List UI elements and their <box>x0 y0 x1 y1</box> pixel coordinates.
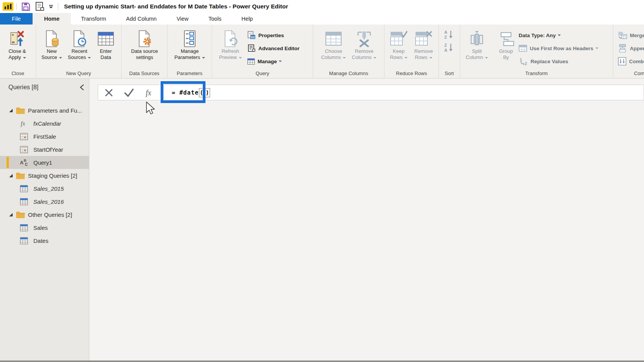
mouse-cursor <box>146 102 156 115</box>
new-source-button[interactable]: NewSource <box>38 29 65 61</box>
expander-icon[interactable] <box>9 174 13 177</box>
combine-files-icon <box>618 57 626 66</box>
expander-icon[interactable] <box>9 213 13 216</box>
merge-icon <box>618 31 627 39</box>
group-by-button[interactable]: GroupBy <box>492 29 520 61</box>
query-item-startofyear[interactable]: StartOfYear <box>0 143 89 156</box>
svg-text:1: 1 <box>520 58 522 62</box>
data-source-settings-button[interactable]: Data sourcesettings <box>123 29 166 61</box>
replace-values-icon: 12 <box>519 57 528 66</box>
tab-help[interactable]: Help <box>232 13 263 25</box>
manage-button[interactable]: Manage <box>247 56 282 67</box>
recent-sources-icon <box>65 29 94 48</box>
formula-input[interactable]: = #date() <box>164 85 644 100</box>
manage-parameters-icon <box>169 29 210 48</box>
tab-file[interactable]: File <box>0 13 33 25</box>
query-item-fxcalendar[interactable]: fx fxCalendar <box>0 117 89 130</box>
keep-rows-icon <box>384 29 413 48</box>
remove-rows-button[interactable]: RemoveRows <box>409 29 438 61</box>
query-item-sales-2016[interactable]: Sales_2016 <box>0 195 89 208</box>
preview-canvas <box>90 79 644 360</box>
recent-sources-button[interactable]: RecentSources <box>65 29 94 61</box>
tab-view[interactable]: View <box>167 13 199 25</box>
title-bar: Setting up dynamic Start- and Enddates f… <box>0 0 644 13</box>
ribbon-group-query: RefreshPreview Properties Advanced Edito… <box>212 25 313 78</box>
group-label-manage-columns: Manage Columns <box>313 70 384 76</box>
group-by-icon <box>492 29 520 48</box>
expander-icon[interactable] <box>9 109 13 112</box>
svg-text:B: B <box>24 159 26 162</box>
tab-add-column[interactable]: Add Column <box>116 13 167 25</box>
collapse-pane-button[interactable] <box>78 83 86 92</box>
choose-columns-button[interactable]: ChooseColumns <box>318 29 349 61</box>
tab-transform[interactable]: Transform <box>71 13 116 25</box>
split-column-button[interactable]: SplitColumn <box>462 29 492 61</box>
sort-za-icon: ZA <box>444 42 454 53</box>
sort-descending-button[interactable]: ZA <box>444 42 457 53</box>
formula-text: = #date <box>172 89 199 96</box>
properties-button[interactable]: Properties <box>247 30 284 41</box>
add-step-fx-button[interactable]: fx <box>145 88 154 98</box>
formula-paren-group: () <box>199 88 210 97</box>
dropdown-caret-icon <box>485 57 488 59</box>
query-group-parameters-and-functions[interactable]: Parameters and Fu... <box>0 104 89 117</box>
quick-access-caret-icon[interactable] <box>48 5 54 9</box>
advanced-editor-button[interactable]: Advanced Editor <box>247 43 299 54</box>
enter-data-button[interactable]: EnterData <box>94 29 118 61</box>
combine-files-button[interactable]: Combine <box>618 56 644 67</box>
cancel-formula-button[interactable] <box>104 88 113 97</box>
dropdown-caret-icon <box>202 57 205 59</box>
query-item-firstsale[interactable]: FirstSale <box>0 130 89 143</box>
query-item-sales-2015[interactable]: Sales_2015 <box>0 182 89 195</box>
tab-tools[interactable]: Tools <box>199 13 232 25</box>
close-and-apply-button[interactable]: Close &Apply <box>1 29 33 61</box>
titlebar-separator <box>58 3 58 10</box>
data-type-button[interactable]: Data Type: Any <box>519 30 561 41</box>
svg-text:A: A <box>444 30 447 34</box>
dropdown-caret-icon <box>279 61 282 62</box>
tab-home[interactable]: Home <box>33 13 71 25</box>
group-label-combine: Combine <box>613 70 644 76</box>
refresh-preview-button[interactable]: RefreshPreview <box>215 29 246 61</box>
table-icon <box>20 198 28 205</box>
first-row-header-icon <box>519 44 527 52</box>
close-apply-icon <box>1 29 33 48</box>
merge-queries-button[interactable]: Merge <box>618 30 644 41</box>
table-icon <box>20 224 28 231</box>
replace-values-button[interactable]: 12 Replace Values <box>519 56 568 67</box>
queries-pane-title: Queries [8] <box>8 84 38 91</box>
svg-text:C: C <box>25 162 28 167</box>
x-icon <box>104 88 113 97</box>
query-item-query1[interactable]: ABC Query1 <box>0 156 89 169</box>
ribbon-group-sort: AZ ZA Sort <box>439 25 460 78</box>
use-first-row-as-headers-button[interactable]: Use First Row as Headers <box>519 43 598 54</box>
query-group-staging-queries[interactable]: Staging Queries [2] <box>0 169 89 182</box>
svg-text:Z: Z <box>444 35 447 39</box>
ribbon-group-close: Close &Apply Close <box>0 25 36 78</box>
refresh-preview-icon <box>215 29 246 48</box>
folder-icon <box>16 107 25 114</box>
sort-ascending-button[interactable]: AZ <box>444 29 457 40</box>
ribbon-group-manage-columns: ChooseColumns RemoveColumns Manage Colum… <box>313 25 384 78</box>
group-label-sort: Sort <box>439 70 460 76</box>
folder-icon <box>16 172 25 179</box>
dropdown-caret-icon <box>239 57 242 59</box>
manage-parameters-button[interactable]: ManageParameters <box>169 29 210 61</box>
query-item-dates[interactable]: Dates <box>0 234 89 247</box>
save-icon[interactable] <box>21 2 31 11</box>
query-group-other-queries[interactable]: Other Queries [2] <box>0 208 89 221</box>
dropdown-caret-icon <box>595 48 598 49</box>
remove-columns-button[interactable]: RemoveColumns <box>349 29 380 61</box>
parameter-table-icon <box>20 133 28 140</box>
parameter-table-icon <box>20 146 28 153</box>
keep-rows-button[interactable]: KeepRows <box>384 29 413 61</box>
append-queries-button[interactable]: Append <box>618 43 644 54</box>
formula-bar-buttons: fx <box>98 85 161 100</box>
remove-rows-icon <box>409 29 438 48</box>
svg-text:fx: fx <box>21 120 25 127</box>
report-icon[interactable] <box>34 2 45 11</box>
dropdown-caret-icon <box>429 57 432 59</box>
new-source-icon <box>38 29 65 48</box>
commit-formula-button[interactable] <box>124 88 134 97</box>
query-item-sales[interactable]: Sales <box>0 221 89 234</box>
